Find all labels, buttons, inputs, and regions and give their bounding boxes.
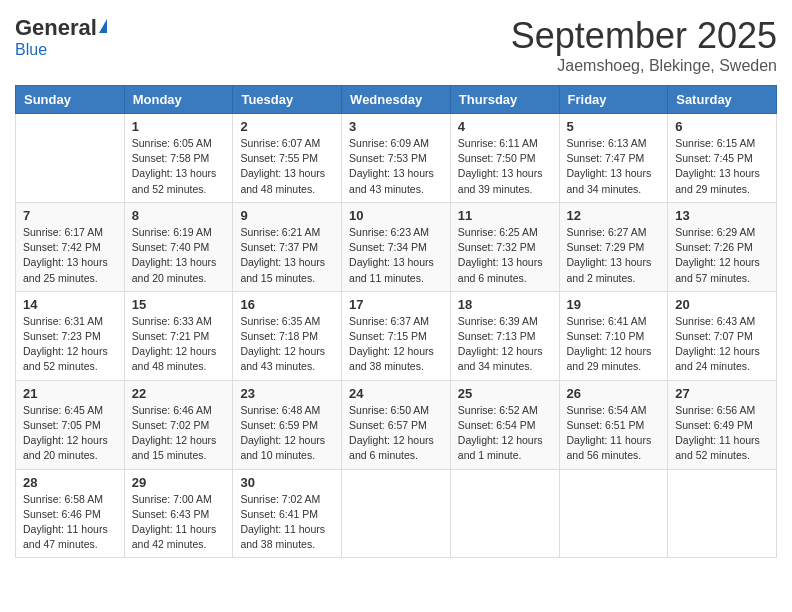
day-info: Sunrise: 6:29 AM Sunset: 7:26 PM Dayligh…	[675, 225, 769, 286]
day-number: 23	[240, 386, 334, 401]
day-info: Sunrise: 6:11 AM Sunset: 7:50 PM Dayligh…	[458, 136, 552, 197]
month-title: September 2025	[511, 15, 777, 57]
day-number: 29	[132, 475, 226, 490]
day-number: 4	[458, 119, 552, 134]
day-info: Sunrise: 6:41 AM Sunset: 7:10 PM Dayligh…	[567, 314, 661, 375]
day-cell: 9Sunrise: 6:21 AM Sunset: 7:37 PM Daylig…	[233, 202, 342, 291]
weekday-header-sunday: Sunday	[16, 86, 125, 114]
day-info: Sunrise: 6:15 AM Sunset: 7:45 PM Dayligh…	[675, 136, 769, 197]
title-area: September 2025 Jaemshoeg, Blekinge, Swed…	[511, 15, 777, 75]
day-number: 24	[349, 386, 443, 401]
day-info: Sunrise: 6:25 AM Sunset: 7:32 PM Dayligh…	[458, 225, 552, 286]
day-number: 5	[567, 119, 661, 134]
day-number: 20	[675, 297, 769, 312]
day-info: Sunrise: 6:19 AM Sunset: 7:40 PM Dayligh…	[132, 225, 226, 286]
day-number: 2	[240, 119, 334, 134]
day-number: 27	[675, 386, 769, 401]
day-cell: 13Sunrise: 6:29 AM Sunset: 7:26 PM Dayli…	[668, 202, 777, 291]
day-info: Sunrise: 6:56 AM Sunset: 6:49 PM Dayligh…	[675, 403, 769, 464]
day-number: 8	[132, 208, 226, 223]
day-info: Sunrise: 6:52 AM Sunset: 6:54 PM Dayligh…	[458, 403, 552, 464]
day-info: Sunrise: 6:58 AM Sunset: 6:46 PM Dayligh…	[23, 492, 117, 553]
weekday-header-monday: Monday	[124, 86, 233, 114]
weekday-header-thursday: Thursday	[450, 86, 559, 114]
day-info: Sunrise: 6:09 AM Sunset: 7:53 PM Dayligh…	[349, 136, 443, 197]
day-info: Sunrise: 6:05 AM Sunset: 7:58 PM Dayligh…	[132, 136, 226, 197]
day-number: 30	[240, 475, 334, 490]
week-row-3: 14Sunrise: 6:31 AM Sunset: 7:23 PM Dayli…	[16, 291, 777, 380]
day-info: Sunrise: 6:46 AM Sunset: 7:02 PM Dayligh…	[132, 403, 226, 464]
day-cell: 16Sunrise: 6:35 AM Sunset: 7:18 PM Dayli…	[233, 291, 342, 380]
day-cell: 19Sunrise: 6:41 AM Sunset: 7:10 PM Dayli…	[559, 291, 668, 380]
weekday-header-tuesday: Tuesday	[233, 86, 342, 114]
day-info: Sunrise: 6:35 AM Sunset: 7:18 PM Dayligh…	[240, 314, 334, 375]
page-header: General Blue September 2025 Jaemshoeg, B…	[15, 15, 777, 75]
day-number: 25	[458, 386, 552, 401]
logo-triangle-icon	[99, 19, 107, 33]
day-cell: 24Sunrise: 6:50 AM Sunset: 6:57 PM Dayli…	[342, 380, 451, 469]
day-number: 12	[567, 208, 661, 223]
day-info: Sunrise: 6:23 AM Sunset: 7:34 PM Dayligh…	[349, 225, 443, 286]
weekday-header-saturday: Saturday	[668, 86, 777, 114]
day-cell: 20Sunrise: 6:43 AM Sunset: 7:07 PM Dayli…	[668, 291, 777, 380]
day-cell: 14Sunrise: 6:31 AM Sunset: 7:23 PM Dayli…	[16, 291, 125, 380]
day-cell: 4Sunrise: 6:11 AM Sunset: 7:50 PM Daylig…	[450, 114, 559, 203]
day-number: 22	[132, 386, 226, 401]
day-cell: 26Sunrise: 6:54 AM Sunset: 6:51 PM Dayli…	[559, 380, 668, 469]
day-number: 14	[23, 297, 117, 312]
day-cell: 8Sunrise: 6:19 AM Sunset: 7:40 PM Daylig…	[124, 202, 233, 291]
day-cell: 29Sunrise: 7:00 AM Sunset: 6:43 PM Dayli…	[124, 469, 233, 558]
calendar-table: SundayMondayTuesdayWednesdayThursdayFrid…	[15, 85, 777, 558]
day-cell: 3Sunrise: 6:09 AM Sunset: 7:53 PM Daylig…	[342, 114, 451, 203]
location-text: Jaemshoeg, Blekinge, Sweden	[511, 57, 777, 75]
day-cell: 27Sunrise: 6:56 AM Sunset: 6:49 PM Dayli…	[668, 380, 777, 469]
day-cell: 12Sunrise: 6:27 AM Sunset: 7:29 PM Dayli…	[559, 202, 668, 291]
logo-blue-text: Blue	[15, 41, 47, 59]
day-number: 28	[23, 475, 117, 490]
logo: General Blue	[15, 15, 107, 59]
day-number: 6	[675, 119, 769, 134]
day-cell: 2Sunrise: 6:07 AM Sunset: 7:55 PM Daylig…	[233, 114, 342, 203]
day-info: Sunrise: 6:07 AM Sunset: 7:55 PM Dayligh…	[240, 136, 334, 197]
day-info: Sunrise: 6:17 AM Sunset: 7:42 PM Dayligh…	[23, 225, 117, 286]
day-cell: 11Sunrise: 6:25 AM Sunset: 7:32 PM Dayli…	[450, 202, 559, 291]
day-info: Sunrise: 6:39 AM Sunset: 7:13 PM Dayligh…	[458, 314, 552, 375]
day-cell: 21Sunrise: 6:45 AM Sunset: 7:05 PM Dayli…	[16, 380, 125, 469]
day-number: 17	[349, 297, 443, 312]
day-number: 11	[458, 208, 552, 223]
day-cell: 22Sunrise: 6:46 AM Sunset: 7:02 PM Dayli…	[124, 380, 233, 469]
day-number: 15	[132, 297, 226, 312]
day-cell: 23Sunrise: 6:48 AM Sunset: 6:59 PM Dayli…	[233, 380, 342, 469]
day-number: 1	[132, 119, 226, 134]
day-cell	[342, 469, 451, 558]
week-row-4: 21Sunrise: 6:45 AM Sunset: 7:05 PM Dayli…	[16, 380, 777, 469]
day-number: 19	[567, 297, 661, 312]
day-info: Sunrise: 6:37 AM Sunset: 7:15 PM Dayligh…	[349, 314, 443, 375]
day-info: Sunrise: 6:43 AM Sunset: 7:07 PM Dayligh…	[675, 314, 769, 375]
day-info: Sunrise: 6:48 AM Sunset: 6:59 PM Dayligh…	[240, 403, 334, 464]
day-cell	[668, 469, 777, 558]
logo-general-text: General	[15, 15, 97, 41]
day-cell	[16, 114, 125, 203]
day-number: 21	[23, 386, 117, 401]
day-cell	[559, 469, 668, 558]
week-row-2: 7Sunrise: 6:17 AM Sunset: 7:42 PM Daylig…	[16, 202, 777, 291]
day-info: Sunrise: 7:02 AM Sunset: 6:41 PM Dayligh…	[240, 492, 334, 553]
day-info: Sunrise: 6:31 AM Sunset: 7:23 PM Dayligh…	[23, 314, 117, 375]
day-cell: 1Sunrise: 6:05 AM Sunset: 7:58 PM Daylig…	[124, 114, 233, 203]
day-number: 10	[349, 208, 443, 223]
day-cell: 6Sunrise: 6:15 AM Sunset: 7:45 PM Daylig…	[668, 114, 777, 203]
day-cell: 15Sunrise: 6:33 AM Sunset: 7:21 PM Dayli…	[124, 291, 233, 380]
day-info: Sunrise: 7:00 AM Sunset: 6:43 PM Dayligh…	[132, 492, 226, 553]
day-info: Sunrise: 6:33 AM Sunset: 7:21 PM Dayligh…	[132, 314, 226, 375]
day-number: 9	[240, 208, 334, 223]
day-number: 26	[567, 386, 661, 401]
day-number: 13	[675, 208, 769, 223]
day-info: Sunrise: 6:50 AM Sunset: 6:57 PM Dayligh…	[349, 403, 443, 464]
week-row-1: 1Sunrise: 6:05 AM Sunset: 7:58 PM Daylig…	[16, 114, 777, 203]
day-info: Sunrise: 6:13 AM Sunset: 7:47 PM Dayligh…	[567, 136, 661, 197]
day-number: 7	[23, 208, 117, 223]
week-row-5: 28Sunrise: 6:58 AM Sunset: 6:46 PM Dayli…	[16, 469, 777, 558]
day-number: 18	[458, 297, 552, 312]
day-cell: 18Sunrise: 6:39 AM Sunset: 7:13 PM Dayli…	[450, 291, 559, 380]
